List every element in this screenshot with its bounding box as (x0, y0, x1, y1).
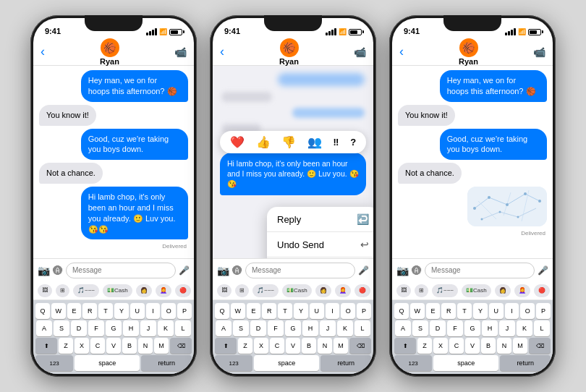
key-F-m[interactable]: F (268, 320, 284, 336)
emoji3[interactable]: 🔴 (175, 284, 191, 297)
message-input-right[interactable] (425, 263, 535, 278)
key-C-m[interactable]: C (270, 338, 284, 354)
back-button-mid[interactable]: ‹ (220, 44, 224, 59)
key-H-r[interactable]: H (482, 320, 498, 336)
key-A-m[interactable]: A (216, 320, 232, 336)
apps-chip[interactable]: ⊞ (56, 284, 69, 297)
key-I[interactable]: I (146, 303, 161, 319)
key-K-r[interactable]: K (517, 320, 532, 336)
key-V-m[interactable]: V (286, 338, 300, 354)
key-E-r[interactable]: E (426, 303, 441, 319)
nav-center-mid[interactable]: 🏀 Ryan (279, 38, 299, 66)
key-D-r[interactable]: D (430, 320, 446, 336)
appstore-icon-left[interactable]: 🅐 (53, 265, 63, 276)
key-R[interactable]: R (82, 303, 97, 319)
key-space-r[interactable]: space (433, 355, 498, 371)
key-Z[interactable]: Z (59, 338, 73, 354)
key-N-m[interactable]: N (318, 338, 332, 354)
bubble-recv-r1[interactable]: You know it! (398, 105, 455, 126)
key-shift-m[interactable]: ⬆ (215, 338, 237, 354)
video-button-mid[interactable]: 📹 (354, 46, 366, 58)
reaction-question[interactable]: ? (350, 137, 356, 148)
mic-icon-left[interactable]: 🎤 (179, 265, 190, 276)
video-button-left[interactable]: 📹 (174, 46, 187, 58)
mic-icon-right[interactable]: 🎤 (538, 265, 548, 276)
cash-chip-r[interactable]: 💵Cash (462, 284, 491, 297)
key-Z-r[interactable]: Z (417, 338, 432, 354)
nav-center-left[interactable]: 🏀 Ryan (100, 38, 119, 66)
key-J-m[interactable]: J (320, 320, 336, 336)
key-numbers[interactable]: 123 (35, 355, 73, 371)
emoji1-r[interactable]: 👩 (495, 284, 511, 297)
emoji1-mid[interactable]: 👩 (315, 284, 331, 297)
camera-icon-left[interactable]: 📷 (38, 265, 50, 276)
selected-bubble[interactable]: Hi lamb chop, it's only been an hour and… (220, 153, 366, 195)
key-C-r[interactable]: C (449, 338, 464, 354)
key-S-r[interactable]: S (412, 320, 428, 336)
key-Y-r[interactable]: Y (473, 303, 488, 319)
key-G[interactable]: G (106, 320, 122, 336)
key-numbers-r[interactable]: 123 (394, 355, 432, 371)
apps-chip-mid[interactable]: ⊞ (235, 284, 249, 297)
key-N-r[interactable]: N (497, 338, 511, 354)
key-G-m[interactable]: G (285, 320, 301, 336)
key-N[interactable]: N (138, 338, 153, 354)
key-X-m[interactable]: X (254, 338, 268, 354)
photos-chip[interactable]: 🖼 (38, 284, 52, 297)
key-shift[interactable]: ⬆ (35, 338, 57, 354)
video-button-right[interactable]: 📹 (533, 46, 545, 58)
key-V-r[interactable]: V (465, 338, 480, 354)
nav-center-right[interactable]: 🏀 Ryan (459, 38, 478, 66)
key-space-m[interactable]: space (254, 355, 319, 371)
bubble-sent-0[interactable]: Hey man, we on for hoops this afternoon?… (81, 70, 188, 102)
key-L-r[interactable]: L (534, 320, 550, 336)
context-reply[interactable]: Reply ↩️ (267, 207, 373, 232)
key-P-m[interactable]: P (357, 303, 371, 319)
key-G-r[interactable]: G (464, 320, 480, 336)
key-shift-r[interactable]: ⬆ (394, 338, 416, 354)
key-Y[interactable]: Y (114, 303, 129, 319)
key-delete-m[interactable]: ⌫ (349, 338, 371, 354)
key-Q[interactable]: Q (35, 303, 50, 319)
audio-chip-r[interactable]: 🎵~~~ (432, 284, 458, 297)
audio-chip[interactable]: 🎵~~~ (73, 284, 99, 297)
reaction-heart[interactable]: ❤️ (230, 135, 245, 149)
key-W-m[interactable]: W (231, 303, 245, 319)
key-return-m[interactable]: return (320, 355, 371, 371)
key-I-m[interactable]: I (326, 303, 340, 319)
key-L-m[interactable]: L (354, 320, 370, 336)
key-M[interactable]: M (154, 338, 169, 354)
emoji3-mid[interactable]: 🔴 (354, 284, 370, 297)
key-L[interactable]: L (175, 320, 191, 336)
bubble-recv-1[interactable]: You know it! (39, 105, 96, 126)
key-X-r[interactable]: X (433, 338, 448, 354)
emoji2-mid[interactable]: 👩‍🦰 (335, 284, 351, 297)
reaction-exclaim[interactable]: ‼ (334, 137, 339, 148)
key-U[interactable]: U (130, 303, 145, 319)
key-Z-m[interactable]: Z (238, 338, 252, 354)
key-M-m[interactable]: M (334, 338, 348, 354)
key-H-m[interactable]: H (302, 320, 318, 336)
key-D[interactable]: D (71, 320, 87, 336)
bubble-sent-4[interactable]: Hi lamb chop, it's only been an hour and… (81, 187, 188, 239)
emoji2-r[interactable]: 👩‍🦰 (514, 284, 530, 297)
key-P[interactable]: P (177, 303, 192, 319)
camera-icon-mid[interactable]: 📷 (217, 265, 229, 276)
key-delete-r[interactable]: ⌫ (529, 338, 551, 354)
key-return[interactable]: return (141, 355, 192, 371)
reaction-thumbdown[interactable]: 👎 (281, 135, 296, 149)
key-T-m[interactable]: T (278, 303, 292, 319)
message-input-mid[interactable] (245, 263, 355, 278)
key-A[interactable]: A (36, 320, 52, 336)
emoji3-r[interactable]: 🔴 (534, 284, 550, 297)
reaction-group[interactable]: 👥 (307, 135, 322, 149)
cash-chip-mid[interactable]: 💵Cash (282, 284, 312, 297)
key-delete[interactable]: ⌫ (170, 338, 192, 354)
message-input-left[interactable] (66, 263, 176, 278)
key-S[interactable]: S (54, 320, 69, 336)
key-U-r[interactable]: U (489, 303, 504, 319)
key-J-r[interactable]: J (499, 320, 515, 336)
key-Y-m[interactable]: Y (294, 303, 308, 319)
context-edit[interactable]: Edit ✏️ (267, 257, 373, 258)
appstore-icon-mid[interactable]: 🅐 (232, 265, 242, 276)
